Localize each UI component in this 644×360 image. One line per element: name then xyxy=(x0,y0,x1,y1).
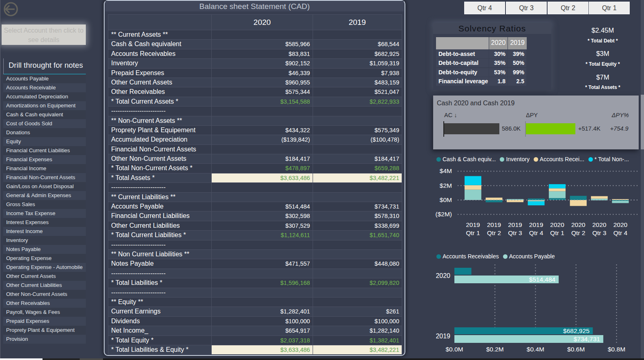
svg-text:Qtr 1: Qtr 1 xyxy=(550,229,564,236)
svg-text:Qtr 4: Qtr 4 xyxy=(613,229,628,236)
svg-text:$0.6M: $0.6M xyxy=(567,346,585,353)
svg-text:$0.8M: $0.8M xyxy=(608,346,625,353)
svg-text:$734,731: $734,731 xyxy=(574,336,600,342)
svg-text:$0.4M: $0.4M xyxy=(527,346,544,353)
svg-text:2019: 2019 xyxy=(466,221,480,228)
svg-text:Qtr 2: Qtr 2 xyxy=(571,229,585,236)
svg-text:Qtr 4: Qtr 4 xyxy=(529,229,543,236)
svg-text:$2M: $2M xyxy=(440,182,452,189)
svg-text:2020: 2020 xyxy=(592,221,606,228)
svg-text:2019: 2019 xyxy=(529,221,543,228)
svg-text:$4M: $4M xyxy=(440,167,452,174)
svg-text:2020: 2020 xyxy=(550,221,564,228)
svg-text:2019: 2019 xyxy=(487,221,501,228)
svg-text:Qtr 2: Qtr 2 xyxy=(487,229,501,236)
svg-text:$0.2M: $0.2M xyxy=(486,346,504,353)
svg-text:Qtr 1: Qtr 1 xyxy=(466,229,480,236)
svg-text:Qtr 3: Qtr 3 xyxy=(592,229,606,236)
svg-text:Qtr 3: Qtr 3 xyxy=(508,229,522,236)
svg-text:($2M): ($2M) xyxy=(436,211,452,218)
svg-text:2020: 2020 xyxy=(571,221,586,228)
svg-text:2019: 2019 xyxy=(436,333,450,340)
svg-text:$514,484: $514,484 xyxy=(529,276,556,283)
svg-text:2020: 2020 xyxy=(436,272,450,279)
svg-text:2019: 2019 xyxy=(508,221,522,228)
svg-text:2020: 2020 xyxy=(613,221,628,228)
svg-text:$0.0M: $0.0M xyxy=(445,346,463,353)
svg-text:$0M: $0M xyxy=(440,196,452,203)
svg-text:$682,925: $682,925 xyxy=(563,327,590,334)
